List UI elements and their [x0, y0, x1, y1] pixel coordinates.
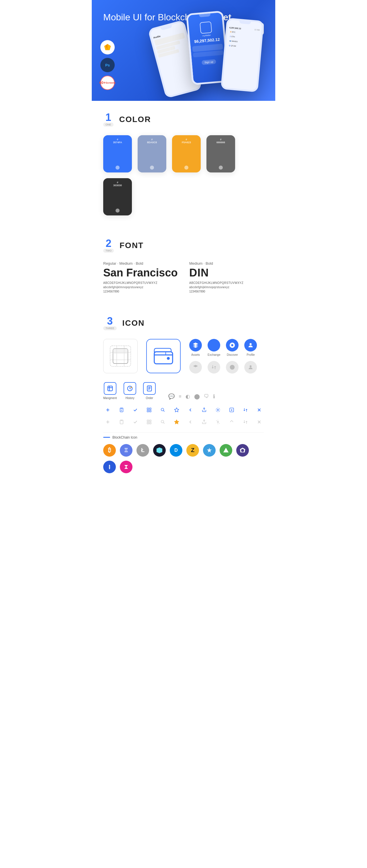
svg-marker-37	[175, 420, 179, 424]
color-swatch-orange: #F5A623	[172, 135, 201, 173]
crypto-zec: Z	[186, 444, 199, 457]
svg-point-17	[250, 365, 252, 367]
font-section-header: 2 TWO FONT	[103, 227, 264, 261]
blockchain-label: BlockChain Icon	[103, 435, 264, 439]
misc-icon-halfcircle: ◐	[186, 393, 190, 400]
nav-icon-history-label: History	[125, 397, 135, 400]
misc-icon-msg: 🗨	[204, 393, 209, 399]
icon-exchange-circle	[207, 339, 220, 351]
misc-icon-circle: ⬤	[194, 393, 200, 400]
icon-profile-circle	[244, 339, 257, 351]
icon-discover: Discover	[226, 339, 238, 356]
section-label-2: TWO	[103, 249, 114, 253]
font-din-numbers: 1234567890	[189, 290, 264, 293]
icon-profile-label: Profile	[247, 353, 255, 356]
icon-assets-label: Assets	[191, 353, 200, 356]
nav-icon-management-box	[104, 382, 116, 395]
icon-profile: Profile	[244, 339, 257, 356]
section-number-3: 3 THREE	[103, 316, 117, 330]
util-icon-close	[255, 405, 264, 414]
color-swatch-grey-blue: #8DA0C8	[138, 135, 166, 173]
crypto-wtc	[220, 444, 232, 457]
misc-icon-info: ℹ	[213, 393, 215, 400]
crypto-eth: Ξ	[120, 444, 133, 457]
svg-point-20	[131, 387, 132, 388]
grey-icons-row	[189, 361, 257, 374]
svg-rect-23	[147, 408, 148, 409]
color-swatch-dark: #303030	[103, 178, 132, 215]
util-icon-star	[172, 405, 181, 414]
util-icon-grey-plus	[103, 417, 112, 427]
section-label-3: THREE	[103, 326, 117, 330]
svg-rect-34	[147, 422, 148, 424]
util-icon-grey-export	[227, 417, 236, 427]
crypto-xrp	[120, 461, 133, 473]
svg-rect-35	[150, 422, 151, 424]
icon-grey-discover	[226, 361, 238, 374]
color-hex-blue: #3574FA	[113, 138, 122, 144]
section-num-big-2: 2	[106, 238, 111, 249]
util-icon-grey-clipboard	[117, 417, 126, 427]
misc-icon-chat: 💬	[168, 393, 175, 400]
color-dot-orange	[185, 165, 188, 169]
blockchain-line	[103, 437, 110, 438]
svg-rect-18	[108, 386, 112, 391]
svg-point-27	[161, 408, 164, 411]
color-hex-grey-blue: #8DA0C8	[147, 138, 157, 144]
util-icon-grey-close	[255, 417, 264, 427]
hero-section: Mobile UI for Blockchain Wallet UI Kit P…	[92, 0, 275, 101]
misc-icon-list: ≡	[179, 394, 181, 399]
icon-grey-assets	[189, 361, 202, 374]
font-sf-numbers: 1234567890	[103, 290, 178, 293]
svg-point-36	[161, 420, 164, 423]
font-grid: Regular · Medium · Bold San Francisco AB…	[103, 261, 264, 293]
colored-icons-row: Assets Exchange Discover	[189, 339, 257, 356]
font-sf-style: Regular · Medium · Bold	[103, 261, 178, 266]
nav-icons-row: Mangment History	[103, 382, 264, 400]
util-icons-grey	[103, 417, 264, 427]
icon-section: Assets Exchange Discover	[103, 339, 264, 473]
util-icon-grey-check	[131, 417, 140, 427]
icon-section-header: 3 THREE ICON	[103, 305, 264, 339]
section-title-icon: ICON	[122, 318, 145, 328]
svg-rect-26	[150, 410, 151, 412]
svg-rect-9	[113, 349, 128, 354]
icon-discover-circle	[226, 339, 238, 351]
phone-right: 6,297,502.12 12-298 B BTC Ξ ETH W WAVES …	[221, 18, 264, 92]
blockchain-label-text: BlockChain Icon	[112, 435, 137, 439]
color-dot-dark	[116, 209, 119, 213]
section-label-1: ONE	[103, 123, 114, 127]
util-icon-grey-star	[172, 417, 181, 427]
section-title-font: FONT	[119, 241, 144, 250]
font-din-lower: abcdefghijklmnopqrstuvwxyz	[189, 286, 264, 289]
nav-icon-order: Order	[143, 382, 156, 400]
nav-icon-history-box	[123, 382, 136, 395]
section-num-big-3: 3	[107, 316, 113, 326]
icon-discover-label: Discover	[227, 353, 238, 356]
color-section-header: 1 ONE COLOR	[103, 101, 264, 135]
svg-marker-28	[175, 408, 179, 412]
color-swatch-mid-grey: #666666	[206, 135, 235, 173]
util-icon-grey-grid	[144, 417, 154, 427]
util-icon-clipboard	[117, 405, 126, 414]
icon-grey-exchange	[207, 361, 220, 374]
font-sf-name: San Francisco	[103, 267, 178, 279]
crypto-xlm	[203, 444, 216, 457]
util-icon-grey-share	[200, 417, 209, 427]
font-sf: Regular · Medium · Bold San Francisco AB…	[103, 261, 178, 293]
crypto-neo	[153, 444, 166, 457]
util-icon-plus	[103, 405, 112, 414]
util-icon-settings	[213, 405, 223, 414]
font-sf-lower: abcdefghijklmnopqrstuvwxyz	[103, 286, 178, 289]
color-dot-grey-blue	[150, 165, 154, 169]
svg-rect-32	[147, 420, 148, 422]
main-content: 1 ONE COLOR #3574FA #8DA0C8 #F5A623 #666…	[92, 101, 275, 473]
color-hex-mid-grey: #666666	[217, 138, 225, 144]
color-hex-orange: #F5A623	[182, 138, 191, 144]
divider	[103, 432, 264, 433]
icon-wallet-filled	[146, 339, 181, 373]
section-num-big-1: 1	[106, 112, 111, 123]
color-dot-blue	[116, 165, 119, 169]
crypto-eos	[236, 444, 249, 457]
font-din-upper: ABCDEFGHIJKLMNOPQRSTUVWXYZ	[189, 281, 264, 284]
